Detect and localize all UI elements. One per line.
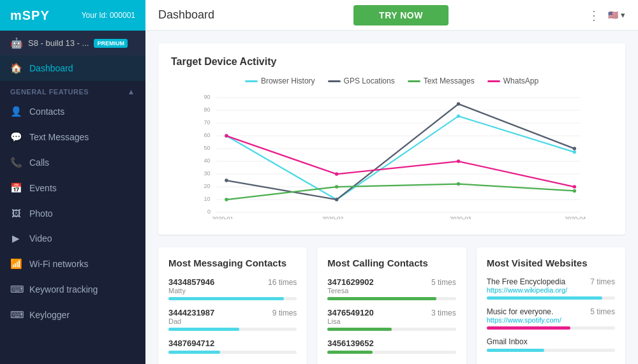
progress-bar <box>487 349 545 352</box>
site-name: Music for everyone. <box>487 307 561 316</box>
svg-text:70: 70 <box>204 119 210 126</box>
sidebar-item-dashboard[interactable]: 🏠 Dashboard <box>0 55 145 81</box>
sidebar-item-calls[interactable]: 📞 Calls <box>0 150 145 175</box>
events-icon: 📅 <box>10 182 22 194</box>
contact-times: 3 times <box>431 309 456 317</box>
sidebar-item-text-messages[interactable]: 💬 Text Messages <box>0 124 145 150</box>
contact-name: Lisa <box>327 317 373 325</box>
svg-point-35 <box>573 189 576 193</box>
sidebar-item-events[interactable]: 📅 Events <box>0 175 145 201</box>
premium-badge: PREMIUM <box>94 39 128 48</box>
general-features-label: GENERAL FEATURES ▲ <box>0 81 145 99</box>
progress-bar <box>327 297 436 300</box>
svg-point-31 <box>573 147 576 150</box>
contact-times: 9 times <box>272 309 297 317</box>
calls-icon: 📞 <box>10 157 22 168</box>
svg-point-38 <box>457 159 460 163</box>
site-times: 7 times <box>590 277 615 286</box>
sidebar-item-video[interactable]: ▶ Video <box>0 226 145 251</box>
contact-name: Teresa <box>327 287 373 295</box>
legend-color-whatsapp <box>487 80 500 82</box>
legend-browser-history: Browser History <box>245 76 315 85</box>
sidebar-item-label: Events <box>29 183 57 193</box>
svg-text:10: 10 <box>204 196 210 202</box>
contact-row: 3487694712 <box>168 339 297 348</box>
topbar-right: ⋮ 🇺🇸 ▾ <box>588 8 625 23</box>
site-name: Gmail Inbox <box>487 337 528 346</box>
svg-text:40: 40 <box>204 157 210 164</box>
site-row: Music for everyone. https://www.spotify.… <box>487 307 615 324</box>
site-row: The Free Encyclopedia https://www.wikipe… <box>487 277 615 294</box>
svg-point-39 <box>573 185 576 188</box>
sidebar-item-label: Dashboard <box>29 63 73 73</box>
sidebar-item-keyword-tracking[interactable]: ⌨ Keyword tracking <box>0 277 145 302</box>
app-logo: mSPY <box>10 8 50 23</box>
contact-name: Dad <box>168 317 214 325</box>
sidebar-item-contacts[interactable]: 👤 Contacts <box>0 99 145 124</box>
legend-color-gps <box>328 80 341 82</box>
messaging-card-title: Most Messaging Contacts <box>168 258 297 268</box>
chevron-down-icon: ▾ <box>621 10 625 20</box>
sidebar-item-label: Keyword tracking <box>29 284 98 295</box>
progress-bar-bg <box>168 328 297 331</box>
list-item: 3487694712 <box>168 339 297 354</box>
svg-point-32 <box>225 198 228 201</box>
contact-row: 3434857946 Matty 16 times <box>168 277 297 295</box>
sidebar-item-label: Video <box>29 233 52 244</box>
messaging-contacts-card: Most Messaging Contacts 3434857946 Matty… <box>158 247 307 364</box>
legend-label: GPS Locations <box>344 76 395 85</box>
contact-row: 3476549120 Lisa 3 times <box>327 308 456 325</box>
svg-point-36 <box>225 134 228 137</box>
contacts-icon: 👤 <box>10 106 22 117</box>
sidebar-item-photo[interactable]: 🖼 Photo <box>0 201 145 226</box>
progress-bar <box>327 328 392 331</box>
site-url[interactable]: https://www.wikipedia.org/ <box>487 286 568 294</box>
site-row: Gmail Inbox <box>487 337 615 346</box>
contact-number: 3434857946 <box>168 277 214 287</box>
svg-point-37 <box>335 172 338 175</box>
progress-bar <box>487 326 570 330</box>
calling-card-title: Most Calling Contacts <box>327 258 456 268</box>
sidebar-item-label: Contacts <box>29 106 64 117</box>
video-icon: ▶ <box>10 233 22 244</box>
progress-bar-bg <box>327 297 456 300</box>
sidebar-item-label: Photo <box>29 208 53 219</box>
try-now-button[interactable]: TRY NOW <box>353 5 449 25</box>
progress-bar-bg <box>327 351 456 354</box>
contact-number: 3487694712 <box>168 339 214 348</box>
sidebar-nav: 🏠 Dashboard GENERAL FEATURES ▲ 👤 Contact… <box>0 55 145 364</box>
svg-text:90: 90 <box>204 94 210 100</box>
svg-point-27 <box>573 150 576 154</box>
contact-row: 3471629902 Teresa 5 times <box>327 277 456 295</box>
contact-number: 3471629902 <box>327 277 373 287</box>
progress-bar <box>168 328 239 331</box>
svg-text:2020-04: 2020-04 <box>565 215 586 219</box>
topbar: Dashboard TRY NOW ⋮ 🇺🇸 ▾ <box>145 0 638 31</box>
sidebar-item-label: Keylogger <box>29 310 70 320</box>
svg-text:30: 30 <box>204 170 210 177</box>
device-bar: 🤖 S8 - build 13 - ... PREMIUM <box>0 31 145 55</box>
svg-text:80: 80 <box>204 106 210 113</box>
device-name: S8 - build 13 - ... <box>28 38 89 48</box>
sidebar-item-keylogger[interactable]: ⌨ Keylogger <box>0 302 145 328</box>
keylogger-icon: ⌨ <box>10 309 22 321</box>
language-selector[interactable]: 🇺🇸 ▾ <box>608 10 625 20</box>
svg-point-33 <box>335 185 338 188</box>
sidebar: mSPY Your Id: 000001 🤖 S8 - build 13 - .… <box>0 0 145 364</box>
site-url[interactable]: https://www.spotify.com/ <box>487 316 561 324</box>
user-id-label: Your Id: 000001 <box>82 11 135 20</box>
line-chart: 0 10 20 30 40 50 60 70 80 90 <box>171 92 612 222</box>
sidebar-item-wifi[interactable]: 📶 Wi-Fi networks <box>0 251 145 277</box>
list-item: 3444231987 Dad 9 times <box>168 308 297 331</box>
svg-text:0: 0 <box>207 208 211 215</box>
progress-bar-bg <box>168 297 297 300</box>
contact-times: 16 times <box>268 278 297 287</box>
list-item: Gmail Inbox <box>487 337 615 352</box>
progress-bar <box>487 296 602 300</box>
svg-text:50: 50 <box>204 145 210 151</box>
more-options-icon[interactable]: ⋮ <box>588 8 600 23</box>
websites-card: Most Visited Websites The Free Encyclope… <box>477 247 625 364</box>
svg-text:2020-02: 2020-02 <box>322 215 343 219</box>
page-title: Dashboard <box>158 8 214 22</box>
legend-text-messages: Text Messages <box>408 76 475 85</box>
